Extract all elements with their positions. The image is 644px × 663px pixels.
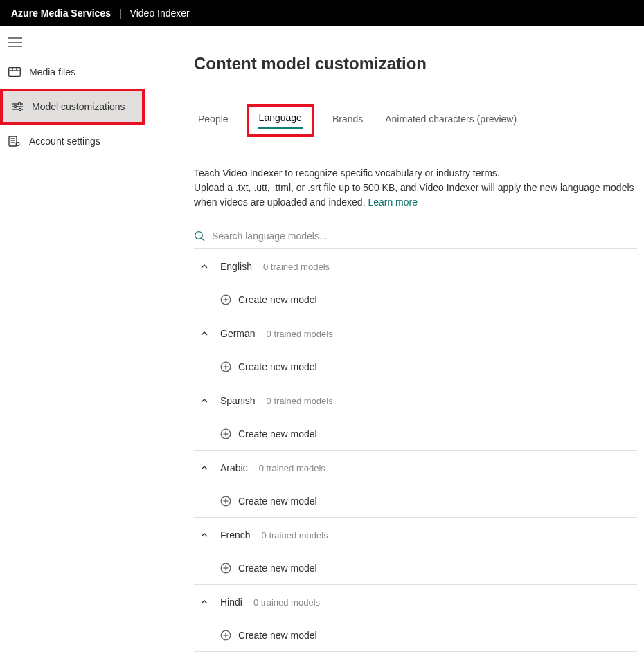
create-new-model-label: Create new model — [238, 294, 317, 305]
language-header[interactable]: Arabic0 trained models — [194, 451, 637, 485]
create-new-model-button[interactable]: Create new model — [194, 418, 637, 450]
sidebar-item-label: Media files — [29, 66, 75, 78]
tab-brands[interactable]: Brands — [328, 109, 367, 131]
highlight-language-tab: Language — [247, 104, 314, 137]
language-block: Italian0 trained modelsCreate new model — [194, 652, 637, 663]
language-header[interactable]: German0 trained models — [194, 316, 637, 351]
create-new-model-button[interactable]: Create new model — [194, 351, 637, 383]
language-header[interactable]: Italian0 trained models — [194, 652, 637, 663]
plus-circle-icon — [220, 630, 231, 641]
language-header[interactable]: French0 trained models — [194, 518, 637, 552]
trained-models-count: 0 trained models — [262, 530, 328, 541]
plus-circle-icon — [220, 361, 231, 372]
media-files-icon — [8, 66, 21, 78]
create-new-model-label: Create new model — [238, 496, 317, 507]
language-header[interactable]: Spanish0 trained models — [194, 383, 637, 418]
sidebar: Media files Model customizations Account… — [0, 26, 145, 663]
create-new-model-button[interactable]: Create new model — [194, 619, 637, 651]
svg-point-12 — [19, 108, 21, 110]
tab-animated-characters[interactable]: Animated characters (preview) — [381, 109, 521, 131]
trained-models-count: 0 trained models — [263, 262, 330, 272]
sidebar-item-label: Model customizations — [32, 101, 125, 112]
description-line-1: Teach Video Indexer to recognize specifi… — [194, 166, 637, 181]
learn-more-link[interactable]: Learn more — [368, 197, 418, 208]
tabs: People Language Brands Animated characte… — [194, 104, 637, 137]
customizations-icon — [11, 100, 24, 113]
create-new-model-label: Create new model — [238, 563, 317, 574]
chevron-up-icon — [199, 396, 209, 406]
language-header[interactable]: Hindi0 trained models — [194, 585, 637, 619]
create-new-model-button[interactable]: Create new model — [194, 552, 637, 584]
chevron-up-icon — [199, 329, 209, 338]
main-content: Content model customization People Langu… — [145, 26, 644, 663]
sidebar-item-model-customizations[interactable]: Model customizations — [3, 91, 142, 122]
language-block: English0 trained modelsCreate new model — [194, 249, 637, 316]
product-name: Video Indexer — [130, 8, 190, 19]
search-icon — [194, 230, 205, 242]
settings-icon — [8, 135, 21, 147]
language-block: Hindi0 trained modelsCreate new model — [194, 585, 637, 652]
plus-circle-icon — [220, 294, 231, 305]
sidebar-item-media-files[interactable]: Media files — [0, 57, 145, 87]
sidebar-item-label: Account settings — [29, 136, 100, 147]
plus-circle-icon — [220, 428, 231, 439]
language-name: Hindi — [220, 597, 242, 608]
language-name: German — [220, 328, 256, 339]
hamburger-icon[interactable] — [8, 37, 22, 47]
brand-separator: | — [119, 8, 122, 19]
create-new-model-label: Create new model — [238, 361, 317, 372]
svg-line-23 — [202, 238, 204, 241]
chevron-up-icon — [199, 463, 209, 473]
create-new-model-label: Create new model — [238, 428, 317, 439]
description-line-2: Upload a .txt, .utt, .ttml, or .srt file… — [194, 181, 637, 210]
language-block: French0 trained modelsCreate new model — [194, 518, 637, 585]
chevron-up-icon — [199, 530, 209, 540]
language-block: Spanish0 trained modelsCreate new model — [194, 383, 637, 451]
language-header[interactable]: English0 trained models — [194, 249, 637, 284]
search-row[interactable] — [194, 210, 637, 249]
plus-circle-icon — [220, 496, 231, 507]
svg-point-11 — [14, 105, 16, 107]
chevron-up-icon — [199, 262, 209, 271]
create-new-model-button[interactable]: Create new model — [194, 284, 637, 316]
sidebar-item-account-settings[interactable]: Account settings — [0, 126, 145, 156]
search-input[interactable] — [212, 230, 637, 242]
language-name: Arabic — [220, 462, 248, 473]
language-block: German0 trained modelsCreate new model — [194, 316, 637, 383]
page-title: Content model customization — [194, 54, 637, 73]
trained-models-count: 0 trained models — [267, 329, 333, 339]
trained-models-count: 0 trained models — [253, 597, 320, 608]
language-name: French — [220, 529, 251, 541]
tab-language[interactable]: Language — [255, 108, 306, 130]
language-block: Arabic0 trained modelsCreate new model — [194, 451, 637, 518]
language-name: English — [220, 261, 252, 272]
brand-name: Azure Media Services — [11, 8, 111, 19]
svg-point-10 — [18, 102, 20, 105]
trained-models-count: 0 trained models — [259, 463, 325, 473]
language-name: Spanish — [220, 395, 256, 406]
create-new-model-button[interactable]: Create new model — [194, 485, 637, 517]
tab-people[interactable]: People — [194, 109, 233, 131]
language-list: English0 trained modelsCreate new modelG… — [194, 249, 637, 663]
plus-circle-icon — [220, 563, 231, 574]
top-bar: Azure Media Services | Video Indexer — [0, 0, 644, 26]
svg-rect-13 — [9, 136, 17, 146]
create-new-model-label: Create new model — [238, 630, 317, 641]
svg-point-22 — [195, 232, 203, 239]
svg-rect-3 — [9, 68, 21, 77]
trained-models-count: 0 trained models — [267, 396, 333, 406]
chevron-up-icon — [199, 597, 209, 607]
